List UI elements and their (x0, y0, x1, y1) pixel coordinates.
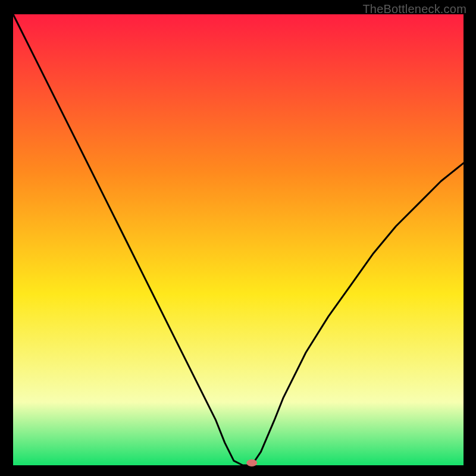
bottleneck-chart (0, 0, 476, 476)
optimal-point-marker (246, 459, 257, 466)
plot-background (13, 14, 464, 465)
watermark-text: TheBottleneck.com (362, 2, 466, 16)
chart-container: TheBottleneck.com (0, 0, 476, 476)
